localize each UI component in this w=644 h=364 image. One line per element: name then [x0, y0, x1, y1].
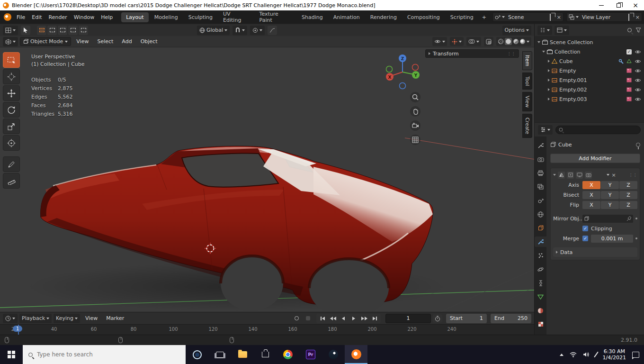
select-mode-intersect-button[interactable] [79, 26, 88, 35]
expand-icon[interactable] [548, 79, 550, 82]
modifier-extras-chevron-icon[interactable] [607, 174, 609, 176]
eye-icon[interactable] [635, 59, 641, 64]
edit-mode-display-toggle[interactable] [567, 172, 574, 179]
move-tool[interactable] [3, 85, 20, 101]
axis-y-toggle[interactable]: Y [601, 181, 619, 189]
tab-modeling[interactable]: Modeling [150, 12, 183, 22]
volume-icon[interactable] [583, 352, 590, 357]
menu-file[interactable]: File [13, 13, 28, 22]
ortho-toggle-button[interactable] [410, 135, 420, 145]
visibility-dropdown[interactable] [432, 37, 447, 46]
menu-edit[interactable]: Edit [28, 13, 45, 22]
new-scene-icon[interactable] [550, 14, 551, 21]
snap-dropdown[interactable] [233, 26, 247, 35]
cortana-button[interactable] [186, 345, 208, 364]
sidebar-tab-tool[interactable]: Tool [522, 73, 532, 90]
image-data-icon[interactable] [626, 68, 632, 73]
eye-icon[interactable] [635, 69, 641, 73]
viewport-canvas[interactable] [0, 47, 534, 312]
tab-compositing[interactable]: Compositing [402, 12, 445, 22]
gizmos-dropdown[interactable] [450, 37, 464, 46]
store-button[interactable] [254, 345, 277, 364]
outliner-search-icon[interactable] [627, 28, 632, 32]
mesh-data-icon[interactable] [626, 59, 632, 64]
start-button[interactable] [0, 345, 23, 364]
animate-dot-icon[interactable] [635, 237, 637, 239]
task-view-button[interactable] [208, 345, 231, 364]
render-display-toggle[interactable] [585, 172, 592, 179]
menu-window[interactable]: Window [71, 13, 98, 22]
eyedropper-icon[interactable] [626, 216, 631, 221]
current-frame-field[interactable]: 1 [385, 314, 431, 323]
modifier-remove-icon[interactable]: × [611, 173, 616, 178]
expand-icon[interactable] [548, 98, 550, 100]
outliner-row-scene-collection[interactable]: Scene Collection [535, 37, 644, 47]
scale-tool[interactable] [3, 118, 20, 134]
tab-view-layer-properties[interactable] [535, 182, 547, 192]
modifier-header[interactable]: × ⋮⋮ [553, 170, 637, 180]
select-mode-new-button[interactable] [37, 26, 46, 35]
axis-x-toggle[interactable]: X [582, 181, 600, 189]
outliner-row-cube[interactable]: Cube [535, 56, 644, 66]
use-preview-range-button[interactable] [433, 314, 442, 323]
image-data-icon[interactable] [626, 78, 632, 82]
eye-icon[interactable] [635, 78, 641, 82]
axis-y-neg-handle[interactable] [386, 66, 393, 73]
tab-material-properties[interactable] [535, 305, 547, 316]
jump-to-end-button[interactable] [370, 314, 379, 323]
zoom-button[interactable] [410, 92, 420, 102]
clock[interactable]: 6:30 AM 1/4/2021 [603, 348, 626, 361]
blender-menu-icon[interactable] [4, 13, 11, 21]
unlink-scene-icon[interactable]: × [557, 15, 561, 20]
menu-marker[interactable]: Marker [103, 314, 127, 323]
add-workspace-button[interactable]: + [479, 13, 490, 21]
timeline-ruler[interactable]: 20 40 60 80 100 120 140 160 180 200 220 … [0, 324, 534, 335]
taskbar-search[interactable] [23, 345, 186, 364]
end-frame-field[interactable]: End 250 [491, 314, 531, 323]
image-data-icon[interactable] [626, 97, 632, 101]
collection-checkbox[interactable]: ✓ [626, 49, 632, 55]
flip-x-toggle[interactable]: X [582, 201, 600, 209]
options-dropdown[interactable]: Options [502, 26, 531, 35]
restore-button[interactable] [610, 0, 627, 10]
mirror-object-field[interactable] [582, 215, 633, 223]
menu-timeline-view[interactable]: View [82, 314, 101, 323]
steam-button[interactable] [322, 345, 345, 364]
minimize-button[interactable] [593, 0, 610, 10]
premiere-button[interactable]: Pr [299, 345, 322, 364]
outliner-row-empty-002[interactable]: Empty.002 [535, 85, 644, 94]
solid-shading-button[interactable] [505, 38, 512, 45]
blender-taskbar-button[interactable] [345, 345, 367, 364]
sidebar-tab-create[interactable]: Create [522, 114, 532, 138]
panel-grip-icon[interactable]: ⋮⋮ [507, 52, 516, 56]
outliner-row-empty-003[interactable]: Empty.003 [535, 94, 644, 104]
modifier-grip-icon[interactable]: ⋮⋮ [629, 173, 637, 177]
transform-panel-header[interactable]: Transform ⋮⋮ [425, 49, 519, 58]
camera-view-button[interactable] [410, 120, 420, 131]
select-box-tool[interactable] [3, 52, 20, 68]
xray-toggle[interactable] [484, 37, 493, 46]
merge-checkbox[interactable]: ✓ [582, 236, 588, 241]
realtime-display-toggle[interactable] [576, 172, 583, 179]
navigation-gizmo[interactable]: Z X Y [383, 52, 422, 92]
tab-scripting[interactable]: Scripting [446, 12, 478, 22]
bisect-z-toggle[interactable]: Z [619, 191, 637, 199]
tab-sculpting[interactable]: Sculpting [184, 12, 217, 22]
pin-icon[interactable] [636, 143, 640, 147]
filter-icon[interactable] [635, 27, 641, 33]
tab-object-data-properties[interactable] [535, 291, 547, 302]
tab-animation[interactable]: Animation [329, 12, 365, 22]
expand-icon[interactable] [548, 69, 550, 72]
file-explorer-button[interactable] [231, 345, 254, 364]
outliner-editor-type-button[interactable] [537, 26, 552, 35]
proportional-falloff-button[interactable] [268, 26, 277, 35]
tab-object-properties[interactable] [535, 223, 547, 233]
network-icon[interactable] [570, 352, 577, 357]
add-modifier-button[interactable]: Add Modifier [550, 154, 640, 163]
tab-modifier-properties[interactable] [535, 237, 547, 247]
viewport-editor-type-button[interactable] [3, 37, 18, 46]
tab-particle-properties[interactable] [535, 250, 547, 261]
view-layer-selector[interactable]: View Layer × [566, 12, 642, 22]
viewport-3d[interactable]: Object Mode View Select Add Object [0, 36, 534, 312]
rotate-tool[interactable] [3, 102, 20, 118]
